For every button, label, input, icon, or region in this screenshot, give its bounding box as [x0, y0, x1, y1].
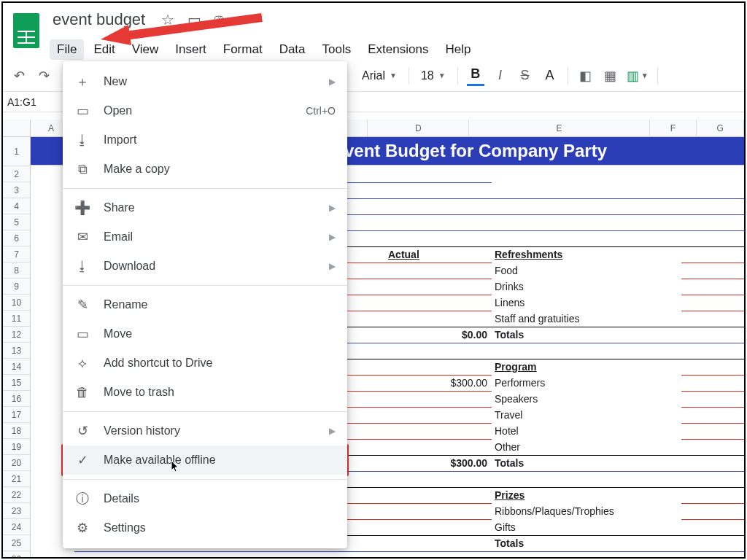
row-header-25[interactable]: 25 [3, 535, 31, 551]
row-header-19[interactable]: 19 [3, 439, 31, 455]
cell-E8[interactable]: Food [492, 262, 681, 279]
row-header-9[interactable]: 9 [3, 279, 31, 295]
merge-button[interactable]: ▥▼ [627, 66, 649, 86]
row-header-1[interactable]: 1 [3, 137, 31, 166]
strike-button[interactable]: S [516, 66, 534, 86]
fill-color-button[interactable]: ◧ [577, 66, 595, 86]
file-menu-new[interactable]: ＋New▶ [63, 67, 347, 96]
cell-E10[interactable]: Linens [492, 295, 681, 311]
select-all-corner[interactable] [3, 120, 31, 137]
menu-item-icon: ⭳ [74, 133, 90, 148]
cell-E20[interactable]: Totals [492, 455, 681, 471]
cell-E15[interactable]: Performers [492, 375, 681, 391]
file-menu-details[interactable]: ⓘDetails [63, 484, 347, 513]
sheets-logo-icon[interactable] [13, 13, 39, 48]
menu-insert[interactable]: Insert [168, 39, 214, 60]
cell-E18[interactable]: Hotel [492, 423, 681, 439]
name-box[interactable] [3, 95, 55, 109]
menu-item-icon: ✉ [74, 229, 90, 245]
row-header-24[interactable]: 24 [3, 519, 31, 535]
col-header-F[interactable]: F [650, 120, 697, 136]
row-header-4[interactable]: 4 [3, 198, 31, 214]
col-header-E[interactable]: E [469, 120, 649, 136]
menu-view[interactable]: View [125, 39, 166, 60]
bold-button[interactable]: B [467, 66, 484, 86]
menu-tools[interactable]: Tools [315, 39, 359, 60]
row-header-13[interactable]: 13 [3, 343, 31, 359]
menu-item-label: Open [104, 104, 132, 117]
row-header-2[interactable]: 2 [3, 166, 31, 182]
undo-button[interactable]: ↶ [10, 66, 28, 86]
file-menu-add-shortcut-to-drive[interactable]: ⟡Add shortcut to Drive [63, 349, 347, 378]
cell-E25[interactable]: Totals [492, 535, 681, 551]
file-menu-make-a-copy[interactable]: ⧉Make a copy [63, 155, 347, 184]
row-header-14[interactable]: 14 [3, 359, 31, 375]
font-size-picker[interactable]: 18▼ [418, 69, 449, 82]
file-menu-import[interactable]: ⭳Import [63, 125, 347, 155]
menu-item-label: New [104, 75, 127, 88]
row-header-10[interactable]: 10 [3, 295, 31, 311]
move-folder-icon[interactable]: ▭ [187, 11, 201, 28]
col-header-D[interactable]: D [368, 120, 469, 136]
row-header-22[interactable]: 22 [3, 487, 31, 503]
cell-E12[interactable]: Totals [492, 327, 681, 343]
menu-data[interactable]: Data [272, 39, 313, 60]
file-menu-email[interactable]: ✉Email▶ [63, 222, 347, 252]
file-menu-version-history[interactable]: ↺Version history▶ [63, 416, 347, 446]
row-header-16[interactable]: 16 [3, 391, 31, 407]
file-menu-share[interactable]: ➕Share▶ [63, 193, 347, 222]
cell-E7[interactable]: Refreshments [492, 246, 681, 262]
file-menu-rename[interactable]: ✎Rename [63, 290, 347, 319]
row-header-20[interactable]: 20 [3, 455, 31, 471]
row-header-26[interactable]: 26 [3, 551, 31, 559]
cell-D20[interactable]: $300.00 [385, 455, 492, 471]
cell-E9[interactable]: Drinks [492, 279, 681, 295]
row-header-11[interactable]: 11 [3, 311, 31, 327]
menu-help[interactable]: Help [438, 39, 478, 60]
italic-button[interactable]: I [492, 66, 509, 86]
col-header-G[interactable]: G [697, 120, 744, 136]
cell-E24[interactable]: Gifts [492, 519, 681, 535]
cell-D12[interactable]: $0.00 [385, 327, 492, 343]
row-header-3[interactable]: 3 [3, 182, 31, 198]
font-picker[interactable]: Arial▼ [359, 69, 400, 82]
menu-format[interactable]: Format [216, 39, 270, 60]
text-color-button[interactable]: A [541, 66, 559, 86]
row-header-5[interactable]: 5 [3, 214, 31, 230]
row-header-23[interactable]: 23 [3, 503, 31, 519]
row-header-15[interactable]: 15 [3, 375, 31, 391]
row-header-12[interactable]: 12 [3, 327, 31, 343]
cell-D15[interactable]: $300.00 [385, 375, 492, 391]
cell-E17[interactable]: Travel [492, 407, 681, 423]
file-menu-settings[interactable]: ⚙Settings [63, 513, 347, 542]
doc-title[interactable]: event budget [50, 9, 148, 31]
cell-E11[interactable]: Staff and gratuities [492, 311, 681, 327]
cell-E16[interactable]: Speakers [492, 391, 681, 407]
menu-item-label: Make available offline [104, 454, 216, 467]
file-menu-open[interactable]: ▭OpenCtrl+O [63, 96, 347, 125]
cell-E22[interactable]: Prizes [492, 487, 681, 503]
row-header-7[interactable]: 7 [3, 246, 31, 262]
file-menu-move[interactable]: ▭Move [63, 319, 347, 349]
cell-D7[interactable]: Actual [385, 246, 492, 262]
menu-edit[interactable]: Edit [86, 39, 122, 60]
row-header-18[interactable]: 18 [3, 423, 31, 439]
file-menu-move-to-trash[interactable]: 🗑Move to trash [63, 378, 347, 407]
redo-button[interactable]: ↷ [35, 66, 53, 86]
menu-item-label: Add shortcut to Drive [104, 357, 212, 370]
file-menu-make-available-offline[interactable]: ✓Make available offline [63, 446, 347, 475]
submenu-arrow-icon: ▶ [329, 77, 336, 87]
row-header-21[interactable]: 21 [3, 471, 31, 487]
cell-E14[interactable]: Program [492, 359, 681, 375]
row-header-17[interactable]: 17 [3, 407, 31, 423]
row-headers[interactable]: 1234567891011121314151617181920212223242… [3, 137, 31, 559]
cell-E19[interactable]: Other [492, 439, 681, 455]
cell-E23[interactable]: Ribbons/Plaques/Trophies [492, 503, 681, 519]
star-icon[interactable]: ☆ [161, 11, 174, 28]
row-header-8[interactable]: 8 [3, 262, 31, 279]
menu-file[interactable]: File [50, 39, 84, 60]
borders-button[interactable]: ▦ [602, 66, 619, 86]
menu-extensions[interactable]: Extensions [360, 39, 436, 60]
row-header-6[interactable]: 6 [3, 230, 31, 246]
file-menu-download[interactable]: ⭳Download▶ [63, 252, 347, 281]
